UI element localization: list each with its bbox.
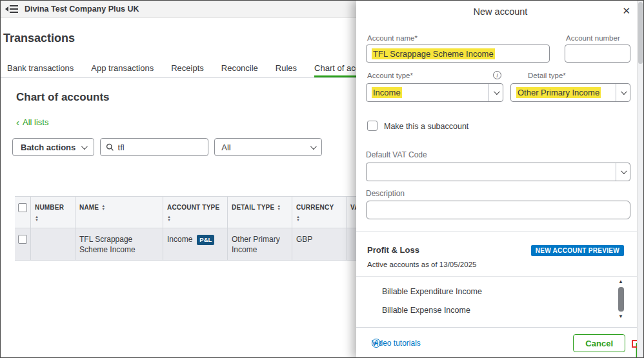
- back-chevron-icon: ‹: [16, 118, 19, 126]
- tab-reconcile[interactable]: Reconcile: [221, 60, 258, 77]
- app-window: Divina Test Company Plus UK Transactions…: [0, 0, 644, 358]
- cancel-button[interactable]: Cancel: [573, 334, 625, 352]
- cell-number: [30, 228, 75, 260]
- chevron-down-icon: [621, 88, 627, 95]
- select-all-checkbox[interactable]: [18, 203, 27, 212]
- all-lists-label: All lists: [23, 117, 48, 127]
- close-icon[interactable]: ✕: [622, 5, 630, 17]
- preview-title: Profit & Loss: [367, 245, 419, 255]
- subaccount-label: Make this a subaccount: [384, 122, 468, 131]
- tab-bank-transactions[interactable]: Bank transactions: [7, 60, 74, 77]
- sort-icon: ▲▼: [35, 215, 39, 222]
- header-account-type[interactable]: ACCOUNT TYPE ▲▼: [163, 197, 227, 228]
- pl-badge: P&L: [197, 235, 214, 245]
- preview-item: Billable Expenditure Income: [382, 287, 482, 296]
- account-number-label: Account number: [566, 34, 620, 42]
- sort-icon: ▲▼: [296, 215, 300, 222]
- dropdown-segment: [488, 84, 503, 101]
- header-name[interactable]: NAME ▲▼: [75, 197, 163, 228]
- header-number[interactable]: NUMBER ▲▼: [30, 197, 75, 228]
- dropdown-segment: [616, 163, 630, 181]
- chevron-down-icon: [494, 88, 500, 95]
- new-account-panel: New account ✕ Account name* Account numb…: [356, 1, 644, 358]
- batch-actions-button[interactable]: Batch actions: [12, 138, 94, 156]
- sort-icon: ▲▼: [101, 204, 105, 211]
- search-input[interactable]: [118, 143, 203, 152]
- table-header-row: NUMBER ▲▼ NAME ▲▼ ACCOUNT TYPE ▲▼ DETAIL…: [15, 196, 415, 228]
- account-type-value: Income: [372, 87, 402, 98]
- scroll-up-icon[interactable]: ▲: [618, 279, 623, 284]
- page-scrollbar-thumb[interactable]: [638, 2, 643, 64]
- nav-toggle-icon[interactable]: [5, 5, 18, 13]
- table-row[interactable]: TFL Scrappage Scheme Income IncomeP&L Ot…: [15, 228, 415, 261]
- section-heading: Chart of accounts: [16, 91, 110, 104]
- account-name-value: TFL Scrappage Scheme Income: [372, 48, 495, 59]
- modal-title: New account: [356, 6, 644, 17]
- dropdown-segment: [616, 84, 630, 101]
- tab-app-transactions[interactable]: App transactions: [91, 60, 154, 77]
- account-name-label: Account name*: [367, 34, 418, 42]
- all-lists-link[interactable]: ‹ All lists: [16, 117, 48, 127]
- preview-item: Billable Expense Income: [382, 306, 470, 315]
- subaccount-checkbox[interactable]: [367, 121, 377, 131]
- divider: [356, 276, 644, 277]
- cell-currency: GBP: [292, 228, 346, 260]
- description-label: Description: [366, 189, 405, 198]
- cell-name: TFL Scrappage Scheme Income: [75, 228, 163, 260]
- header-detail-type[interactable]: DETAIL TYPE ▲▼: [227, 197, 292, 228]
- scroll-down-icon[interactable]: ▼: [618, 314, 623, 319]
- batch-actions-label: Batch actions: [21, 143, 75, 152]
- preview-scrollbar[interactable]: ▲ ▼: [617, 279, 625, 319]
- toolbar: Batch actions All: [12, 138, 322, 156]
- modal-footer: ▶ Video tutorials Cancel Save: [356, 327, 644, 358]
- detail-type-label: Detail type*: [528, 72, 566, 79]
- sort-icon: ▲▼: [277, 204, 281, 211]
- scrollbar-thumb[interactable]: [618, 287, 624, 312]
- company-name: Divina Test Company Plus UK: [25, 5, 139, 14]
- chevron-down-icon: [310, 143, 317, 150]
- info-icon[interactable]: i: [493, 71, 501, 79]
- description-input[interactable]: [366, 201, 630, 219]
- tab-rules[interactable]: Rules: [276, 60, 297, 77]
- account-name-input[interactable]: TFL Scrappage Scheme Income: [366, 45, 550, 63]
- detail-type-value: Other Primary Income: [516, 87, 601, 98]
- vat-code-label: Default VAT Code: [366, 150, 427, 159]
- cell-account-type: IncomeP&L: [163, 228, 227, 260]
- account-type-dropdown[interactable]: Income: [366, 83, 503, 102]
- page-title: Transactions: [3, 32, 75, 45]
- chevron-down-icon: [81, 143, 88, 150]
- search-icon: [106, 143, 114, 152]
- tab-receipts[interactable]: Receipts: [171, 60, 204, 77]
- type-filter-dropdown[interactable]: All: [214, 138, 322, 156]
- account-type-label: Account type*: [367, 72, 413, 79]
- page-scrollbar[interactable]: [637, 1, 643, 358]
- video-tutorials-label: Video tutorials: [372, 339, 421, 348]
- chevron-down-icon: [621, 168, 627, 174]
- header-currency[interactable]: CURRENCY ▲▼: [292, 197, 346, 228]
- filter-value: All: [221, 143, 230, 152]
- account-number-input[interactable]: [565, 45, 630, 63]
- accounts-table: NUMBER ▲▼ NAME ▲▼ ACCOUNT TYPE ▲▼ DETAIL…: [15, 196, 415, 261]
- vat-code-dropdown[interactable]: [366, 163, 630, 181]
- detail-type-dropdown[interactable]: Other Primary Income: [510, 83, 630, 102]
- sort-icon: ▲▼: [167, 215, 171, 222]
- preview-subtitle: Active accounts as of 13/05/2025: [367, 261, 476, 268]
- row-checkbox[interactable]: [18, 235, 27, 244]
- search-box[interactable]: [100, 138, 208, 156]
- new-account-preview-badge: NEW ACCOUNT PREVIEW: [531, 245, 624, 256]
- divider: [356, 231, 644, 232]
- cell-detail-type: Other Primary Income: [227, 228, 292, 260]
